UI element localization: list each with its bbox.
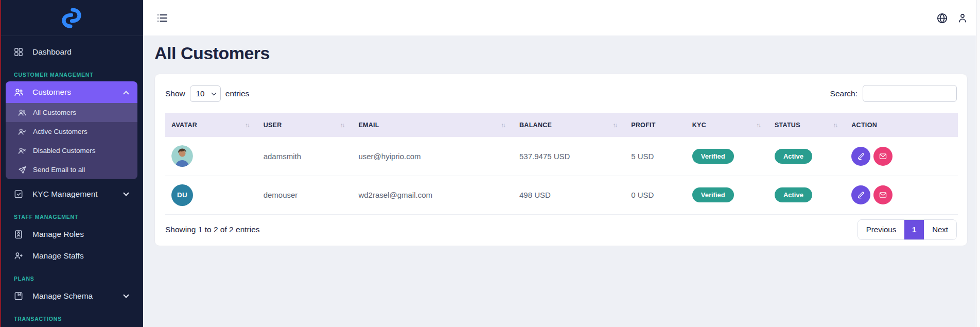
main-content: All Customers Show 10 entries Search: (143, 36, 980, 327)
chevron-down-icon (123, 292, 129, 298)
sidebar-section-transactions: TRANSACTIONS (14, 316, 143, 322)
check-square-icon (13, 188, 24, 200)
sort-arrows-icon[interactable]: ↑↓ (756, 122, 760, 128)
sidebar-subitem-active-customers[interactable]: Active Customers (6, 122, 137, 141)
users-icon (17, 108, 27, 117)
topbar (143, 0, 980, 36)
table-controls: Show 10 entries Search: (155, 74, 967, 113)
users-icon (13, 87, 24, 98)
next-page-button[interactable]: Next (924, 220, 956, 239)
sidebar-item-dashboard[interactable]: Dashboard (6, 41, 137, 63)
table-row: DU demouser wd2rasel@gmail.com 498 USD 0… (165, 176, 958, 214)
column-header-balance[interactable]: BALANCE↑↓ (513, 113, 625, 137)
entries-label: entries (225, 89, 250, 98)
edit-button[interactable] (851, 147, 870, 166)
row-actions (851, 147, 958, 166)
avatar-initials[interactable]: DU (171, 184, 193, 206)
sidebar-subitem-label: Send Email to all (33, 166, 85, 174)
show-label: Show (165, 89, 185, 98)
sidebar-item-manage-staffs[interactable]: Manage Staffs (6, 245, 137, 267)
status-badge: Active (775, 149, 812, 164)
sidebar-item-label: Manage Schema (32, 291, 93, 301)
email-button[interactable] (873, 185, 892, 204)
column-header-avatar[interactable]: AVATAR↑↓ (165, 113, 257, 137)
status-badge: Active (775, 187, 812, 202)
sidebar-section-customer-management: CUSTOMER MANAGEMENT (14, 72, 143, 78)
column-header-kyc[interactable]: KYC↑↓ (686, 113, 768, 137)
sidebar-item-label: KYC Management (32, 190, 98, 199)
sidebar-subitem-label: All Customers (33, 109, 76, 116)
current-page-button[interactable]: 1 (904, 220, 924, 239)
sidebar-section-plans: PLANS (14, 276, 143, 282)
scrollbar-track[interactable] (976, 0, 980, 327)
profit-cell: 0 USD (625, 176, 686, 214)
topbar-actions (936, 0, 969, 36)
email-button[interactable] (873, 147, 892, 166)
kyc-badge: Verified (692, 187, 734, 202)
envelope-icon (879, 191, 887, 199)
sidebar-section-staff-management: STAFF MANAGEMENT (14, 214, 143, 220)
page-size-control: Show 10 entries (165, 85, 249, 102)
sidebar-subitem-all-customers[interactable]: All Customers (6, 103, 137, 122)
column-header-user[interactable]: USER↑↓ (257, 113, 353, 137)
sort-arrows-icon[interactable]: ↑↓ (245, 122, 249, 128)
sidebar-item-label: Dashboard (32, 47, 72, 57)
sidebar-item-kyc-management[interactable]: KYC Management (6, 183, 137, 205)
pen-icon (856, 191, 865, 199)
column-header-action[interactable]: ACTION (845, 113, 958, 137)
column-header-email[interactable]: EMAIL↑↓ (352, 113, 513, 137)
sidebar-item-customers[interactable]: Customers (6, 81, 137, 103)
user-cell: demouser (257, 176, 353, 214)
row-actions (851, 185, 958, 204)
customers-table: AVATAR↑↓ USER↑↓ EMAIL↑↓ BALANCE↑↓ PROFIT… (165, 113, 958, 215)
sidebar-nav: Dashboard CUSTOMER MANAGEMENT Customers … (0, 36, 143, 322)
previous-page-button[interactable]: Previous (858, 220, 904, 239)
sidebar: Dashboard CUSTOMER MANAGEMENT Customers … (0, 0, 143, 327)
sort-arrows-icon[interactable]: ↑↓ (613, 122, 617, 128)
edit-button[interactable] (851, 185, 870, 204)
balance-cell: 498 USD (513, 176, 625, 214)
globe-icon[interactable] (936, 12, 948, 24)
sidebar-item-label: Customers (32, 88, 71, 97)
sidebar-item-label: Manage Staffs (32, 251, 84, 261)
page-size-select[interactable]: 10 (190, 85, 221, 102)
sort-arrows-icon[interactable]: ↑↓ (501, 122, 505, 128)
user-check-icon (17, 127, 27, 136)
sidebar-item-manage-schema[interactable]: Manage Schema (6, 285, 137, 307)
customers-submenu: All Customers Active Customers Disabled … (6, 103, 137, 179)
list-menu-icon[interactable] (156, 12, 168, 24)
dashboard-icon (13, 46, 24, 58)
email-cell: wd2rasel@gmail.com (352, 176, 513, 214)
send-icon (17, 165, 27, 175)
pen-icon (856, 152, 865, 161)
search-label: Search: (830, 89, 857, 98)
table-row: adamsmith user@hyiprio.com 537.9475 USD … (165, 137, 958, 176)
screen-left-edge (0, 0, 1, 327)
sidebar-subitem-label: Active Customers (33, 128, 87, 135)
pagination: Previous 1 Next (857, 219, 957, 240)
email-cell: user@hyiprio.com (352, 137, 513, 176)
kyc-badge: Verified (692, 149, 734, 164)
sidebar-subitem-send-email[interactable]: Send Email to all (6, 160, 137, 179)
user-plus-icon (13, 250, 24, 262)
balance-cell: 537.9475 USD (513, 137, 625, 176)
brand-logo[interactable] (0, 0, 143, 36)
profit-cell: 5 USD (625, 137, 686, 176)
table-footer: Showing 1 to 2 of 2 entries Previous 1 N… (155, 213, 967, 246)
customers-card: Show 10 entries Search: (154, 74, 968, 246)
user-icon[interactable] (957, 12, 969, 24)
sidebar-item-manage-roles[interactable]: Manage Roles (6, 223, 137, 245)
sort-arrows-icon[interactable]: ↑↓ (833, 122, 837, 128)
chevron-down-icon (123, 190, 129, 196)
sort-arrows-icon[interactable]: ↑↓ (340, 122, 344, 128)
sidebar-subitem-disabled-customers[interactable]: Disabled Customers (6, 141, 137, 160)
entries-summary: Showing 1 to 2 of 2 entries (165, 225, 260, 234)
column-header-status[interactable]: STATUS↑↓ (768, 113, 845, 137)
id-badge-icon (13, 229, 24, 240)
chevron-up-icon (123, 91, 129, 96)
search-input[interactable] (863, 85, 957, 102)
brand-logo-icon (59, 6, 84, 30)
sidebar-item-label: Manage Roles (32, 230, 84, 239)
column-header-profit[interactable]: PROFIT (625, 113, 686, 137)
avatar-photo[interactable] (171, 145, 193, 167)
